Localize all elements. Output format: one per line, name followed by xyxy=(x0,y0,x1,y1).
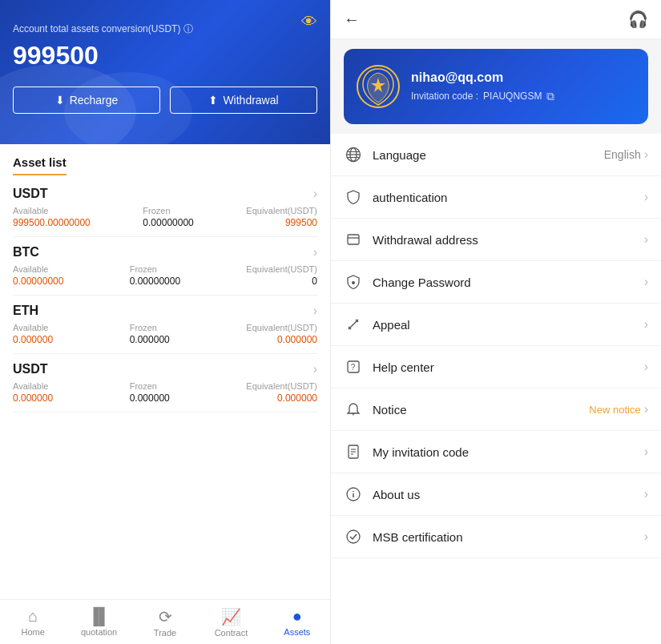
eye-icon[interactable]: 👁 xyxy=(301,13,317,31)
menu-list: Language English › authentication › With… xyxy=(331,134,661,644)
invite-code: PIAUQNGSM xyxy=(483,91,542,102)
menu-chevron-msb-certification: › xyxy=(644,529,648,544)
withdrawal-icon: ⬆ xyxy=(208,94,218,107)
menu-item-withdrawal-address[interactable]: Withdrawal address › xyxy=(331,219,661,261)
asset-details: Available 0.000000 Frozen 0.000000 Equiv… xyxy=(13,381,317,404)
menu-chevron-authentication: › xyxy=(644,190,648,204)
svg-point-23 xyxy=(353,491,354,493)
nav-quotation[interactable]: ▐▌ quotation xyxy=(66,600,131,644)
menu-badge-notice: New notice xyxy=(589,404,640,416)
right-panel: ← 🎧 nihao@qq.com Invitation code : PIAUQ… xyxy=(330,0,661,644)
menu-icon-notice xyxy=(344,400,363,419)
nav-contract-label: Contract xyxy=(215,628,248,638)
nav-assets-label: Assets xyxy=(284,627,310,637)
menu-chevron-about-us: › xyxy=(644,487,648,501)
asset-equivalent-col: Equivalent(USDT) 999500 xyxy=(246,206,317,228)
menu-item-help-center[interactable]: ? Help center › xyxy=(331,346,661,388)
asset-available-col: Available 0.000000 xyxy=(13,323,53,345)
profile-logo xyxy=(357,65,400,108)
menu-item-notice[interactable]: Notice New notice › xyxy=(331,388,661,431)
menu-icon-appeal xyxy=(344,315,363,334)
menu-label-help-center: Help center xyxy=(373,360,635,374)
frozen-label: Frozen xyxy=(143,206,193,215)
equivalent-value: 0.000000 xyxy=(246,392,317,404)
menu-label-authentication: authentication xyxy=(373,191,635,204)
menu-right-msb-certification: › xyxy=(644,529,648,544)
quotation-icon: ▐▌ xyxy=(87,607,110,626)
asset-frozen-col: Frozen 0.000000 xyxy=(130,323,170,345)
asset-chevron: › xyxy=(313,362,317,376)
svg-point-9 xyxy=(352,281,355,284)
menu-icon-language xyxy=(344,145,363,164)
menu-item-appeal[interactable]: Appeal › xyxy=(331,304,661,346)
nav-home-label: Home xyxy=(22,627,45,637)
svg-point-24 xyxy=(347,530,360,543)
asset-name: BTC xyxy=(13,245,39,260)
asset-available-col: Available 0.000000 xyxy=(13,381,53,404)
available-value: 0.00000000 xyxy=(13,276,63,287)
menu-item-language[interactable]: Language English › xyxy=(331,134,661,176)
asset-amount: 999500 xyxy=(13,41,317,70)
asset-row[interactable]: USDT › Available 999500.00000000 Frozen … xyxy=(13,179,317,237)
invite-label: Invitation code : xyxy=(411,91,478,102)
assets-icon: ● xyxy=(292,607,302,626)
menu-icon-withdrawal-address xyxy=(344,230,363,249)
menu-right-language: English › xyxy=(604,147,648,162)
asset-available-col: Available 0.00000000 xyxy=(13,264,63,287)
menu-label-invitation-code: My invitation code xyxy=(373,445,635,459)
asset-row[interactable]: USDT › Available 0.000000 Frozen 0.00000… xyxy=(13,354,317,413)
profile-invite: Invitation code : PIAUQNGSM ⧉ xyxy=(411,90,635,103)
menu-item-about-us[interactable]: About us › xyxy=(331,473,661,516)
menu-label-about-us: About us xyxy=(373,488,635,501)
menu-chevron-change-password: › xyxy=(644,275,648,289)
menu-item-msb-certification[interactable]: MSB certification › xyxy=(331,516,661,558)
asset-chevron: › xyxy=(313,187,317,201)
frozen-label: Frozen xyxy=(130,264,180,274)
nav-contract[interactable]: 📈 Contract xyxy=(198,600,264,644)
asset-row[interactable]: BTC › Available 0.00000000 Frozen 0.0000… xyxy=(13,237,317,296)
menu-value-language: English xyxy=(604,148,641,161)
asset-label: Account total assets conversion(USDT) ⓘ xyxy=(13,22,317,36)
menu-chevron-help-center: › xyxy=(644,360,648,374)
menu-item-invitation-code[interactable]: My invitation code › xyxy=(331,431,661,473)
menu-item-change-password[interactable]: Change Password › xyxy=(331,261,661,304)
nav-trade[interactable]: ⟳ Trade xyxy=(132,600,198,644)
menu-chevron-notice: › xyxy=(644,402,648,417)
trade-icon: ⟳ xyxy=(159,607,172,626)
asset-list-title: Asset list xyxy=(13,144,67,175)
equivalent-value: 0 xyxy=(246,276,317,287)
recharge-button[interactable]: ⬇ Recharge xyxy=(13,87,160,114)
menu-chevron-appeal: › xyxy=(644,317,648,332)
asset-equivalent-col: Equivalent(USDT) 0.000000 xyxy=(246,323,317,345)
available-label: Available xyxy=(13,381,53,391)
bottom-nav: ⌂ Home ▐▌ quotation ⟳ Trade 📈 Contract ●… xyxy=(0,599,330,644)
headphone-icon[interactable]: 🎧 xyxy=(628,10,648,29)
available-label: Available xyxy=(13,264,63,274)
asset-row[interactable]: ETH › Available 0.000000 Frozen 0.000000… xyxy=(13,296,317,354)
menu-right-notice: New notice › xyxy=(589,402,648,417)
frozen-value: 0.000000 xyxy=(130,334,170,345)
menu-right-withdrawal-address: › xyxy=(644,232,648,247)
available-value: 999500.00000000 xyxy=(13,217,91,228)
asset-name: USDT xyxy=(13,362,48,376)
nav-assets[interactable]: ● Assets xyxy=(264,600,330,644)
profile-email: nihao@qq.com xyxy=(411,70,635,85)
nav-home[interactable]: ⌂ Home xyxy=(0,600,66,644)
profile-card: nihao@qq.com Invitation code : PIAUQNGSM… xyxy=(344,49,648,124)
menu-right-invitation-code: › xyxy=(644,445,648,459)
equivalent-label: Equivalent(USDT) xyxy=(246,323,317,332)
asset-name: USDT xyxy=(13,187,48,201)
menu-icon-help-center: ? xyxy=(344,357,363,376)
available-value: 0.000000 xyxy=(13,392,53,404)
menu-icon-about-us xyxy=(344,485,363,504)
menu-item-authentication[interactable]: authentication › xyxy=(331,176,661,219)
svg-rect-7 xyxy=(348,235,359,244)
withdrawal-button[interactable]: ⬆ Withdrawal xyxy=(170,87,317,114)
asset-header: 👁 Account total assets conversion(USDT) … xyxy=(0,0,330,144)
back-button[interactable]: ← xyxy=(344,10,360,29)
asset-equivalent-col: Equivalent(USDT) 0 xyxy=(246,264,317,287)
equivalent-value: 0.000000 xyxy=(246,334,317,345)
menu-chevron-invitation-code: › xyxy=(644,445,648,459)
copy-icon[interactable]: ⧉ xyxy=(546,90,554,103)
asset-list-section: Asset list USDT › Available 999500.00000… xyxy=(0,144,330,599)
